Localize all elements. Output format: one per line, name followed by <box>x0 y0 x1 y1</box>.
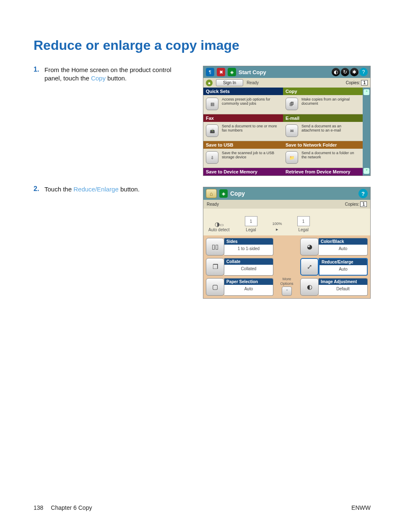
copy-link: Copy <box>91 75 106 82</box>
paper-selection-option[interactable]: ▢ Paper SelectionAuto <box>206 278 273 296</box>
help-icon-2[interactable]: ? <box>358 189 368 198</box>
fax-tile[interactable]: 📠Send a document to one or more fax numb… <box>203 122 283 141</box>
color-header: Color/Black <box>319 238 367 245</box>
quick-sets-header: Quick Sets <box>203 88 283 95</box>
copy-tile[interactable]: 🗐Make copies from an original document <box>283 95 363 114</box>
refresh-icon[interactable]: ↻ <box>341 68 349 76</box>
color-icon: ◕ <box>300 238 319 256</box>
scroll-down-button[interactable]: ˅ <box>364 168 369 174</box>
reduce-enlarge-header: Reduce/Enlarge <box>319 259 367 265</box>
fax-desc: Send a document to one or more fax numbe… <box>222 124 281 138</box>
autodetect-label: Auto detect <box>208 227 230 232</box>
arrow-icon: ▸ <box>273 227 282 232</box>
status-dot-icon: ● <box>206 80 213 86</box>
globe-icon[interactable]: ◐ <box>332 68 340 76</box>
fax-icon: 📠 <box>206 124 218 137</box>
step2-part-b: button. <box>119 186 140 193</box>
collate-option[interactable]: ❐ CollateCollated <box>206 258 273 276</box>
save-usb-header: Save to USB <box>203 141 283 149</box>
reduce-enlarge-link: Reduce/Enlarge <box>73 186 119 193</box>
status-ready: Ready <box>247 80 343 85</box>
step-number-2: 2. <box>34 185 44 193</box>
sides-icon: ▯▯ <box>206 238 224 256</box>
scale-percent: 100% <box>273 222 282 226</box>
autodetect-icon: ◑▭ <box>208 221 230 227</box>
sign-in-button[interactable]: Sign In <box>216 79 243 86</box>
start-button-2[interactable]: ◈ <box>219 189 228 198</box>
quick-sets-tile[interactable]: ▤Access preset job options for commonly … <box>203 95 283 114</box>
original-size-label: Legal <box>245 227 257 232</box>
reduce-enlarge-value: Auto <box>319 265 367 274</box>
list-icon: ▤ <box>206 98 218 110</box>
step-text-2: Touch the Reduce/Enlarge button. <box>44 185 174 194</box>
save-network-tile[interactable]: 📁Send a document to a folder on the netw… <box>283 149 363 168</box>
sides-header: Sides <box>224 238 273 245</box>
collate-icon: ❐ <box>206 258 224 276</box>
image-adjustment-option[interactable]: ◐ Image AdjustmentDefault <box>300 278 368 296</box>
hp-logo-icon: ¶ <box>206 68 214 76</box>
paper-icon: ▢ <box>206 278 224 296</box>
retrieve-device-header: Retrieve from Device Memory <box>283 168 363 176</box>
page-number: 138 <box>34 504 43 511</box>
quick-sets-desc: Access preset job options for commonly u… <box>222 98 281 111</box>
folder-icon: 📁 <box>286 151 298 164</box>
region-label: ENWW <box>351 504 371 511</box>
image-adjust-icon: ◐ <box>300 278 319 296</box>
image-adjust-header: Image Adjustment <box>319 279 367 285</box>
copies-value-2[interactable]: 1 <box>360 201 367 207</box>
start-copy-title: Start Copy <box>239 69 329 75</box>
reduce-enlarge-option[interactable]: ⤢ Reduce/EnlargeAuto <box>300 258 368 276</box>
save-network-desc: Send a document to a folder on the netwo… <box>301 151 360 165</box>
copies-label-2: Copies: 1 <box>345 201 367 207</box>
copy-screen-screenshot: ⌂ ◈ Copy ? Ready Copies: 1 ◑▭ Auto detec… <box>203 187 371 299</box>
email-tile[interactable]: ✉Send a document as an attachment to an … <box>283 122 363 141</box>
paper-value: Auto <box>224 285 273 293</box>
email-icon: ✉ <box>286 124 298 137</box>
help-icon[interactable]: ? <box>359 68 368 76</box>
color-value: Auto <box>319 245 367 253</box>
sides-option[interactable]: ▯▯ Sides1 to 1-sided <box>206 238 273 256</box>
sides-value: 1 to 1-sided <box>224 245 273 253</box>
status-ready-2: Ready <box>207 202 345 207</box>
save-device-header: Save to Device Memory <box>203 168 283 176</box>
more-options-button[interactable]: ˅ <box>282 287 292 296</box>
collate-header: Collate <box>224 258 273 265</box>
copy-header: Copy <box>283 88 363 95</box>
save-usb-desc: Save the scanned job to a USB storage de… <box>222 151 281 165</box>
usb-icon: ⇩ <box>206 151 218 164</box>
copies-value[interactable]: 1 <box>361 80 368 85</box>
copy-icon: 🗐 <box>286 98 298 110</box>
email-header: E-mail <box>283 114 363 122</box>
collate-value: Collated <box>224 265 273 273</box>
more-label: More <box>283 277 291 281</box>
save-usb-tile[interactable]: ⇩Save the scanned job to a USB storage d… <box>203 149 283 168</box>
step-number-1: 1. <box>34 66 44 73</box>
output-preview: 1 <box>297 216 310 226</box>
paper-header: Paper Selection <box>224 279 273 285</box>
original-preview: 1 <box>245 216 257 226</box>
network-icon[interactable]: ✱ <box>350 68 358 76</box>
output-size-label: Legal <box>297 227 310 232</box>
fax-header: Fax <box>203 114 283 122</box>
chapter-label: Chapter 6 Copy <box>51 504 351 511</box>
home-button[interactable]: ⌂ <box>206 189 217 198</box>
step2-part-a: Touch the <box>44 186 73 193</box>
page-title: Reduce or enlarge a copy image <box>34 38 371 53</box>
step-text-1: From the Home screen on the product cont… <box>44 66 174 83</box>
options-label: Options <box>280 282 293 286</box>
copies-label: Copies: 1 <box>346 80 368 85</box>
save-network-header: Save to Network Folder <box>283 141 363 149</box>
step1-part-b: button. <box>106 75 127 82</box>
copy-screen-title: Copy <box>230 190 356 197</box>
stop-button[interactable]: ✖ <box>217 68 225 76</box>
start-button[interactable]: ◈ <box>228 68 236 76</box>
email-desc: Send a document as an attachment to an e… <box>301 124 360 138</box>
scroll-up-button[interactable]: ˄ <box>364 89 369 95</box>
copy-desc: Make copies from an original document <box>301 98 360 111</box>
image-adjust-value: Default <box>319 285 367 293</box>
reduce-enlarge-icon: ⤢ <box>300 258 319 276</box>
home-screen-screenshot: ¶ ✖ ◈ Start Copy ◐ ↻ ✱ ? ● Sign In Ready… <box>203 66 371 176</box>
color-black-option[interactable]: ◕ Color/BlackAuto <box>300 238 368 256</box>
